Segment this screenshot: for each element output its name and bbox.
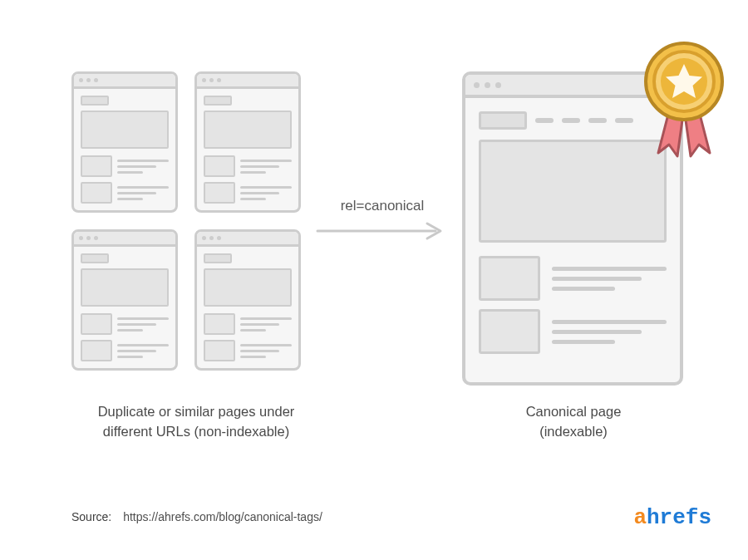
small-body [197,89,298,215]
canonical-arrow: rel=canonical [316,198,449,241]
small-titlebar [197,74,298,89]
source-url: https://ahrefs.com/blog/canonical-tags/ [123,510,322,523]
ahrefs-logo: ahrefs [633,505,711,530]
duplicate-page-3 [71,229,178,371]
arrow-icon [316,221,449,241]
logo-a: a [633,505,647,530]
small-titlebar [74,74,175,89]
diagram-root: rel=canonical [0,0,748,560]
text-line: different URLs (non-indexable) [103,424,289,439]
duplicate-page-4 [194,229,301,371]
duplicates-caption: Duplicate or similar pages under differe… [71,402,321,442]
canonical-caption: Canonical page (indexable) [465,402,682,442]
text-line: Duplicate or similar pages under [98,404,295,419]
small-body [74,247,175,373]
small-body [197,247,298,373]
duplicate-page-2 [194,71,301,213]
small-titlebar [197,232,298,247]
award-badge-icon [638,37,730,169]
source-label: Source: [71,510,111,523]
duplicate-page-1 [71,71,178,213]
small-body [74,89,175,215]
text-line: Canonical page [526,404,622,419]
arrow-label: rel=canonical [316,198,449,214]
small-titlebar [74,232,175,247]
source-footer: Source: https://ahrefs.com/blog/canonica… [71,510,322,523]
text-line: (indexable) [539,424,608,439]
logo-hrefs: hrefs [647,505,711,530]
